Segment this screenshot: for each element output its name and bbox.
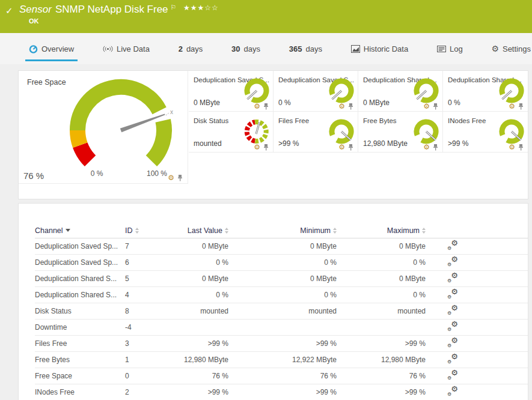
- pin-icon[interactable]: [347, 144, 354, 151]
- flag-icon[interactable]: ⚐: [171, 4, 177, 11]
- gear-icon[interactable]: ⚙: [168, 174, 174, 181]
- pin-icon[interactable]: [432, 144, 439, 151]
- free-space-gauge: x: [19, 71, 188, 170]
- column-header-id[interactable]: ID: [125, 226, 170, 235]
- gear-icon[interactable]: ⚙: [423, 103, 430, 110]
- gauge-tile-free-bytes[interactable]: Free Bytes 12,980 MByte ⚙: [358, 112, 443, 153]
- channel-settings-gears-icon[interactable]: ⚙⚙: [447, 338, 458, 348]
- tab-30-days[interactable]: 30 days: [231, 44, 260, 53]
- table-row: Deduplication Shared S... 5 0 MByte 0 MB…: [35, 271, 528, 287]
- pin-icon[interactable]: [518, 103, 524, 110]
- channel-settings-gears-icon[interactable]: ⚙⚙: [447, 371, 458, 380]
- channel-name: Deduplication Shared S...: [35, 291, 125, 299]
- tab-num: 365: [289, 44, 302, 53]
- tab-live-data[interactable]: Live Data: [103, 44, 150, 53]
- gear-icon[interactable]: ⚙: [254, 144, 260, 151]
- gear-icon[interactable]: ⚙: [338, 103, 345, 110]
- mini-gauge-high: [413, 118, 439, 145]
- tab-label: Log: [450, 44, 463, 53]
- tab-label: Historic Data: [364, 44, 408, 53]
- tab-historic-data[interactable]: Historic Data: [351, 44, 408, 53]
- channel-table: Channel ID Last Value Minimum Maximum: [19, 204, 528, 400]
- channel-settings-gears-icon[interactable]: ⚙⚙: [447, 387, 458, 396]
- pin-icon[interactable]: [432, 103, 439, 110]
- channel-id: 0: [125, 372, 170, 380]
- gauge-tile-free-space[interactable]: Free Space x 0 % 100 % 76 % ⚙: [19, 71, 188, 184]
- minimum-value: 0 MByte: [228, 242, 337, 250]
- tab-label: days: [306, 44, 322, 53]
- pin-icon[interactable]: [177, 174, 183, 181]
- column-header-channel[interactable]: Channel: [35, 226, 125, 235]
- tab-label: Settings: [503, 44, 531, 53]
- gauge-tile-dedup-shared-space[interactable]: Deduplication Shared ... 0 MByte ⚙: [358, 71, 443, 112]
- gauge-value: 12,980 MByte: [363, 139, 408, 148]
- gauge-tile-dedup-saved-percent[interactable]: Deduplication Saved S... 0 % ⚙: [274, 71, 358, 112]
- channel-settings-gears-icon[interactable]: ⚙⚙: [447, 306, 458, 315]
- maximum-value: >99 %: [337, 388, 426, 396]
- table-row: Deduplication Shared S... 4 0 % 0 % 0 % …: [35, 287, 528, 303]
- channel-settings-gears-icon[interactable]: ⚙⚙: [447, 257, 458, 267]
- table-row: INodes Free 2 >99 % >99 % >99 % ⚙⚙: [35, 384, 528, 400]
- gauge-tile-dedup-saved-space[interactable]: Deduplication Saved S... 0 MByte ⚙: [189, 71, 274, 112]
- channel-name: Free Space: [35, 372, 125, 380]
- channel-settings-gears-icon[interactable]: ⚙⚙: [447, 273, 458, 283]
- minimum-value: 0 MByte: [228, 274, 337, 283]
- status-ok-check-icon: ✓: [5, 5, 13, 16]
- table-row: Free Space 0 76 % 76 % 76 % ⚙⚙: [35, 368, 528, 384]
- pin-icon[interactable]: [347, 103, 354, 110]
- last-value: mounted: [170, 307, 228, 315]
- gauge-tile-disk-status[interactable]: Disk Status mounted ⚙: [189, 112, 274, 153]
- mini-gauge-high: [328, 118, 355, 145]
- gear-icon[interactable]: ⚙: [254, 103, 260, 110]
- gear-icon[interactable]: ⚙: [423, 144, 430, 151]
- table-row: Disk Status 8 mounted mounted mounted ⚙⚙: [35, 303, 528, 320]
- channel-settings-gears-icon[interactable]: ⚙⚙: [447, 354, 458, 364]
- channel-name: Deduplication Saved Sp...: [35, 258, 125, 267]
- pin-icon[interactable]: [263, 103, 269, 110]
- tab-overview[interactable]: Overview: [29, 44, 74, 53]
- mini-gauge-grid: Deduplication Saved S... 0 MByte ⚙ Dedup…: [189, 71, 528, 153]
- column-header-minimum[interactable]: Minimum: [228, 226, 337, 235]
- tab-label: days: [244, 44, 260, 53]
- column-header-last-value[interactable]: Last Value: [170, 226, 228, 235]
- pin-icon[interactable]: [263, 144, 269, 151]
- channel-settings-gears-icon[interactable]: ⚙⚙: [447, 241, 458, 250]
- channel-id: 8: [125, 307, 170, 315]
- overview-panel: Free Space x 0 % 100 % 76 % ⚙ Deduplicat…: [18, 70, 528, 199]
- channel-settings-gears-icon[interactable]: ⚙⚙: [447, 289, 458, 299]
- gear-icon[interactable]: ⚙: [338, 144, 345, 151]
- tab-2-days[interactable]: 2 days: [179, 44, 203, 53]
- column-header-maximum[interactable]: Maximum: [337, 226, 426, 235]
- minimum-value: 12,922 MByte: [228, 356, 337, 364]
- table-row: Deduplication Saved Sp... 7 0 MByte 0 MB…: [35, 238, 528, 255]
- last-value: 0 %: [170, 291, 228, 299]
- gear-icon[interactable]: ⚙: [509, 103, 515, 110]
- pin-icon[interactable]: [518, 144, 524, 151]
- gauge-current-value: 76 %: [23, 171, 44, 181]
- gauge-tile-dedup-shared-percent[interactable]: Deduplication Shared ... 0 % ⚙: [443, 71, 528, 112]
- maximum-value: 0 %: [337, 258, 426, 267]
- tab-log[interactable]: Log: [437, 44, 463, 53]
- tab-num: 30: [231, 44, 240, 53]
- last-value: 0 MByte: [170, 274, 228, 283]
- sort-icon: [135, 228, 139, 234]
- gauge-tile-inodes-free[interactable]: INodes Free >99 % ⚙: [443, 112, 528, 153]
- channel-table-panel: Channel ID Last Value Minimum Maximum: [18, 203, 528, 400]
- channel-name: Disk Status: [35, 307, 125, 315]
- minimum-value: >99 %: [228, 388, 337, 396]
- mini-gauge-low: [328, 77, 355, 104]
- channel-id: 1: [125, 356, 170, 364]
- gear-icon[interactable]: ⚙: [509, 144, 515, 151]
- gauge-value: >99 %: [278, 139, 299, 148]
- channel-id: 4: [125, 291, 170, 299]
- last-value: 0 MByte: [170, 242, 228, 250]
- mini-gauge-low: [413, 77, 439, 104]
- tab-365-days[interactable]: 365 days: [289, 44, 322, 53]
- channel-settings-gears-icon[interactable]: ⚙⚙: [447, 322, 458, 332]
- gauge-min-label: 0 %: [86, 169, 108, 178]
- tab-settings[interactable]: ⚙ Settings: [491, 44, 531, 53]
- channel-name: Free Bytes: [35, 356, 125, 364]
- priority-stars[interactable]: ★★★☆☆: [183, 4, 219, 12]
- gauge-tile-files-free[interactable]: Files Free >99 % ⚙: [274, 112, 358, 153]
- last-value: >99 %: [170, 339, 228, 348]
